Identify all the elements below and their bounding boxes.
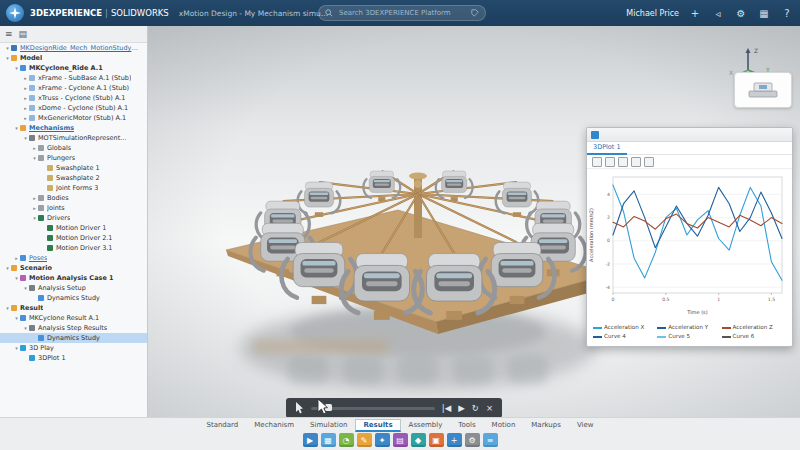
expand-arrow-icon[interactable]: ▸ — [22, 95, 29, 101]
expand-arrow-icon[interactable]: ▸ — [22, 85, 29, 91]
user-name[interactable]: Michael Price — [626, 9, 679, 18]
tree-item[interactable]: ▾Result — [0, 303, 147, 313]
tag-icon[interactable] — [471, 9, 479, 17]
share-icon[interactable]: ◃ — [711, 8, 725, 19]
add-icon[interactable]: + — [688, 8, 702, 19]
export-icon[interactable] — [605, 157, 615, 167]
zoom-fit-icon[interactable] — [618, 157, 628, 167]
graphics-viewport[interactable]: Z Y X 3DPlot 1 -4-202400.511.5Time ( — [148, 26, 800, 418]
tree-item[interactable]: Dynamics Study — [0, 333, 147, 343]
tree-item[interactable]: ▸MxGenericMotor (Stub) A.1 — [0, 113, 147, 123]
tree-item[interactable]: ▾MKDesignRide_Mech_MotionStudy A.1 — [0, 43, 147, 53]
panel-view-icon[interactable]: ▤ — [19, 29, 28, 39]
expand-arrow-icon[interactable]: ▾ — [4, 45, 11, 51]
search-input[interactable] — [337, 8, 471, 18]
tree-item[interactable]: Motion Driver 2.1 — [0, 233, 147, 243]
expand-arrow-icon[interactable]: ▾ — [31, 155, 38, 161]
tree-item[interactable]: ▸Poses — [0, 253, 147, 263]
tree-item[interactable]: ▾MKCyclone_Ride A.1 — [0, 63, 147, 73]
expand-arrow-icon[interactable]: ▸ — [22, 115, 29, 121]
loop-button[interactable]: ↻ — [472, 398, 479, 418]
tree-item[interactable]: ▾Model — [0, 53, 147, 63]
timeline-slider[interactable] — [311, 407, 435, 410]
expand-arrow-icon[interactable]: ▾ — [4, 55, 11, 61]
plot-tab[interactable]: 3DPlot 1 — [587, 141, 627, 155]
gear-icon[interactable]: ⚙ — [734, 8, 748, 19]
options-icon[interactable] — [644, 157, 654, 167]
tree-item[interactable]: ▾Plungers — [0, 153, 147, 163]
tree-item[interactable]: 3DPlot 1 — [0, 353, 147, 363]
help-icon[interactable]: ? — [780, 8, 794, 19]
tree-item[interactable]: ▾Drivers — [0, 213, 147, 223]
tree-item[interactable]: Motion Driver 1 — [0, 223, 147, 233]
tree-item[interactable]: ▸xDome - Cyclone (Stub) A.1 — [0, 103, 147, 113]
tree-item[interactable]: ▸Bodies — [0, 193, 147, 203]
expand-arrow-icon[interactable]: ▾ — [13, 65, 20, 71]
plot-panel-titlebar[interactable] — [587, 128, 792, 142]
tree-item[interactable]: ▸Globals — [0, 143, 147, 153]
tree-item[interactable]: ▾Motion Analysis Case 1 — [0, 273, 147, 283]
tree-item[interactable]: ▸xFrame - SubBase A.1 (Stub) — [0, 73, 147, 83]
table-view-icon[interactable] — [592, 157, 602, 167]
tree-item[interactable]: ▾Mechanisms — [0, 123, 147, 133]
action-bar-tab-standard[interactable]: Standard — [198, 419, 246, 432]
timeline-handle[interactable] — [325, 404, 332, 411]
expand-arrow-icon[interactable]: ▾ — [22, 325, 29, 331]
action-bar-tab-markups[interactable]: Markups — [523, 419, 569, 432]
apps-grid-icon[interactable]: ▦ — [757, 8, 771, 19]
settings-icon[interactable]: ⚙ — [465, 433, 480, 447]
action-bar-tab-assembly[interactable]: Assembly — [401, 419, 451, 432]
expand-arrow-icon[interactable]: ▾ — [22, 135, 29, 141]
expand-arrow-icon[interactable]: ▾ — [22, 285, 29, 291]
pointer-tool-icon[interactable] — [295, 402, 304, 414]
action-bar-tab-results[interactable]: Results — [355, 419, 400, 432]
skip-back-button[interactable]: |◀ — [442, 398, 451, 418]
expand-arrow-icon[interactable]: ▸ — [13, 255, 20, 261]
action-bar-tab-simulation[interactable]: Simulation — [302, 419, 355, 432]
action-bar-tab-tools[interactable]: Tools — [450, 419, 483, 432]
section-icon[interactable]: ✦ — [375, 433, 390, 447]
action-bar-tab-mechanism[interactable]: Mechanism — [246, 419, 302, 432]
acceleration-chart[interactable]: -4-202400.511.5Time (s)Acceleration (mm/… — [587, 169, 790, 317]
expand-arrow-icon[interactable]: ▸ — [22, 75, 29, 81]
expand-arrow-icon[interactable]: ▾ — [4, 305, 11, 311]
expand-arrow-icon[interactable]: ▾ — [31, 215, 38, 221]
tree-item[interactable]: ▸Joints — [0, 203, 147, 213]
tree-item[interactable]: ▾Scenario — [0, 263, 147, 273]
expand-arrow-icon[interactable]: ▾ — [13, 275, 20, 281]
tree-item[interactable]: Swashplate 2 — [0, 173, 147, 183]
tree-item[interactable]: Dynamics Study — [0, 293, 147, 303]
select-tool-icon[interactable]: ▶ — [303, 433, 318, 447]
list-icon[interactable]: ≡ — [483, 433, 498, 447]
pan-icon[interactable] — [631, 157, 641, 167]
measure-icon[interactable]: ◔ — [339, 433, 354, 447]
expand-arrow-icon[interactable]: ▾ — [13, 315, 20, 321]
expand-arrow-icon[interactable]: ▸ — [31, 195, 38, 201]
tree-item[interactable]: ▾MKCyclone Result A.1 — [0, 313, 147, 323]
hamburger-icon[interactable]: ≡ — [5, 29, 13, 39]
tree-item[interactable]: Swashplate 1 — [0, 163, 147, 173]
expand-arrow-icon[interactable]: ▾ — [4, 265, 11, 271]
expand-arrow-icon[interactable]: ▸ — [31, 205, 38, 211]
mate-icon[interactable]: ◆ — [411, 433, 426, 447]
tree-item[interactable]: ▾MOTSimulationRepresent... — [0, 133, 147, 143]
action-bar-tab-view[interactable]: View — [569, 419, 602, 432]
expand-arrow-icon[interactable]: ▸ — [31, 145, 38, 151]
work-area-preview-panel[interactable] — [734, 72, 792, 108]
expand-arrow-icon[interactable]: ▸ — [22, 105, 29, 111]
expand-arrow-icon[interactable]: ▾ — [13, 125, 20, 131]
insert-icon[interactable]: + — [447, 433, 462, 447]
tree-item[interactable]: ▾Analysis Step Results — [0, 323, 147, 333]
sketch-icon[interactable]: ✎ — [357, 433, 372, 447]
tree-item[interactable]: ▾Analysis Setup — [0, 283, 147, 293]
pattern-icon[interactable]: ▣ — [429, 433, 444, 447]
compass-icon[interactable] — [6, 4, 24, 22]
play-button[interactable]: ▶ — [458, 398, 465, 418]
search-bar[interactable] — [318, 5, 486, 21]
component-icon[interactable]: ▦ — [321, 433, 336, 447]
tree-item[interactable]: ▸xTruss - Cyclone (Stub) A.1 — [0, 93, 147, 103]
tree-item[interactable]: ▸xFrame - Cyclone A.1 (Stub) — [0, 83, 147, 93]
action-bar-tab-motion[interactable]: Motion — [484, 419, 524, 432]
plot-panel[interactable]: 3DPlot 1 -4-202400.511.5Time (s)Accelera… — [586, 127, 793, 347]
expand-arrow-icon[interactable]: ▾ — [13, 345, 20, 351]
